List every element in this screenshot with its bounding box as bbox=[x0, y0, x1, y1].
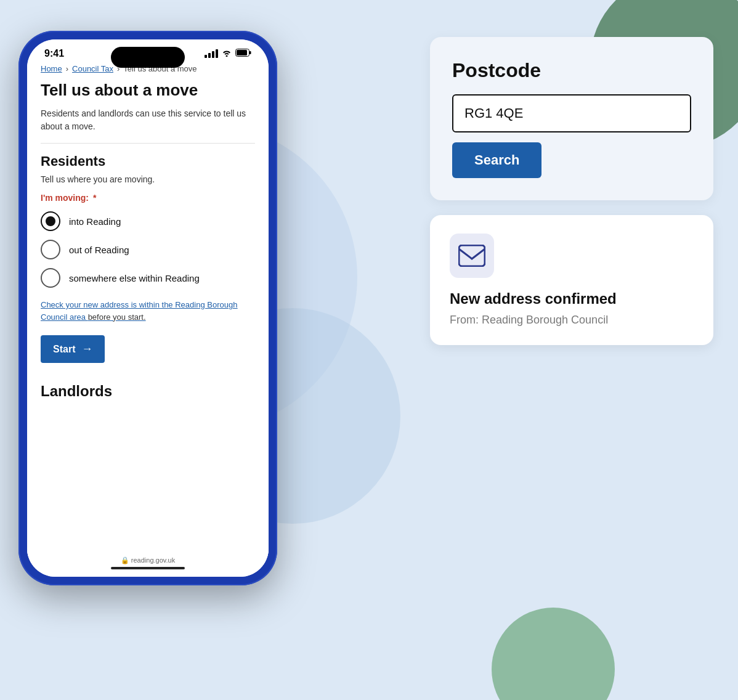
breadcrumb-chevron-1: › bbox=[66, 64, 68, 73]
bg-shape-4 bbox=[492, 608, 615, 700]
search-button[interactable]: Search bbox=[452, 142, 541, 178]
dynamic-island bbox=[111, 47, 185, 68]
email-icon bbox=[458, 245, 485, 267]
signal-bar-1 bbox=[205, 55, 207, 58]
required-marker: * bbox=[93, 193, 96, 203]
section-divider bbox=[41, 143, 255, 144]
residents-section-desc: Tell us where you are moving. bbox=[41, 174, 255, 184]
phone-inner: 9:41 bbox=[27, 39, 269, 577]
start-button-arrow-icon: → bbox=[81, 343, 92, 356]
radio-dot-into-reading bbox=[46, 216, 55, 226]
phone-wrapper: 9:41 bbox=[18, 31, 302, 659]
email-icon-wrapper bbox=[450, 234, 494, 278]
radio-item-out-of-reading[interactable]: out of Reading bbox=[41, 240, 255, 259]
confirm-title: New address confirmed bbox=[450, 290, 694, 307]
wifi-icon bbox=[222, 49, 232, 59]
svg-rect-3 bbox=[459, 245, 485, 266]
info-link-suffix: before you start. bbox=[88, 312, 146, 322]
postcode-input[interactable] bbox=[452, 94, 691, 132]
phone-bottom: 🔒 reading.gov.uk bbox=[27, 551, 269, 577]
phone-url: 🔒 reading.gov.uk bbox=[121, 556, 175, 564]
svg-rect-2 bbox=[249, 51, 251, 54]
signal-bar-4 bbox=[216, 49, 218, 58]
radio-label-into-reading: into Reading bbox=[69, 216, 121, 227]
radio-label-within-reading: somewhere else within Reading bbox=[69, 273, 200, 283]
confirm-from: From: Reading Borough Council bbox=[450, 314, 694, 327]
page-description: Residents and landlords can use this ser… bbox=[41, 107, 255, 133]
phone-content: Home › Council Tax › Tell us about a mov… bbox=[27, 64, 269, 567]
radio-item-into-reading[interactable]: into Reading bbox=[41, 211, 255, 231]
radio-circle-out-of-reading bbox=[41, 240, 60, 259]
radio-circle-within-reading bbox=[41, 268, 60, 288]
radio-circle-into-reading bbox=[41, 211, 60, 231]
postcode-title: Postcode bbox=[452, 59, 691, 82]
svg-rect-1 bbox=[237, 50, 247, 55]
confirm-card: New address confirmed From: Reading Boro… bbox=[430, 215, 713, 345]
start-button[interactable]: Start → bbox=[41, 335, 105, 363]
phone-outer: 9:41 bbox=[18, 31, 277, 585]
breadcrumb-council-tax[interactable]: Council Tax bbox=[72, 64, 113, 73]
radio-item-within-reading[interactable]: somewhere else within Reading bbox=[41, 268, 255, 288]
status-icons bbox=[205, 49, 251, 59]
signal-bars-icon bbox=[205, 49, 218, 58]
battery-icon bbox=[235, 49, 251, 59]
signal-bar-3 bbox=[212, 51, 214, 58]
lock-icon: 🔒 bbox=[121, 556, 131, 564]
start-button-label: Start bbox=[53, 344, 75, 355]
postcode-card: Postcode Search bbox=[430, 37, 713, 200]
breadcrumb-home[interactable]: Home bbox=[41, 64, 62, 73]
landlords-heading: Landlords bbox=[41, 383, 255, 400]
residents-section-title: Residents bbox=[41, 153, 255, 169]
status-time: 9:41 bbox=[44, 48, 64, 59]
moving-options-group: into Reading out of Reading somewhere el… bbox=[41, 211, 255, 288]
moving-label: I'm moving: * bbox=[41, 193, 255, 203]
page-title: Tell us about a move bbox=[41, 81, 255, 100]
radio-label-out-of-reading: out of Reading bbox=[69, 245, 129, 255]
right-panel: Postcode Search New address confirmed Fr… bbox=[430, 37, 713, 345]
signal-bar-2 bbox=[208, 53, 211, 58]
phone-home-bar bbox=[111, 567, 185, 569]
info-link-wrapper: Check your new address is within the Rea… bbox=[41, 299, 255, 323]
